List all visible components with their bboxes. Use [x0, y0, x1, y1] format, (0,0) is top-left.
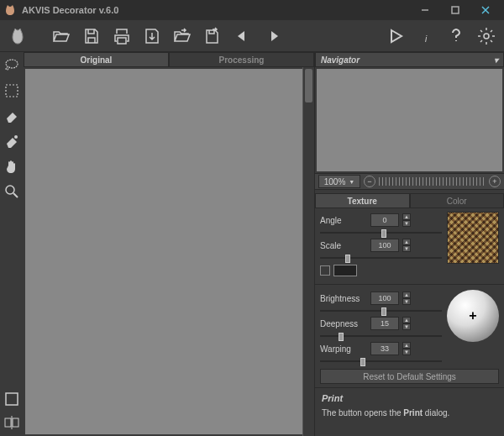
hint-body: The button opens the Print dialog.: [322, 408, 497, 418]
undo-button[interactable]: [230, 24, 255, 49]
zoom-slider[interactable]: [379, 177, 486, 186]
deepness-spinner[interactable]: ▲▼: [402, 317, 411, 330]
deepness-input[interactable]: 15: [370, 317, 399, 330]
hint-panel: Print The button opens the Print dialog.: [315, 387, 504, 436]
main-area: Original Processing Navigator ▾ 100%▼ − …: [0, 52, 504, 436]
lasso-tool[interactable]: [2, 55, 22, 76]
svg-rect-12: [13, 418, 18, 427]
export-button[interactable]: [139, 24, 165, 49]
info-button[interactable]: i: [413, 24, 438, 49]
svg-rect-6: [6, 85, 18, 97]
angle-slider[interactable]: [320, 232, 442, 234]
canvas-area[interactable]: [25, 69, 302, 434]
center-panel: Original Processing: [24, 52, 314, 436]
svg-point-5: [484, 34, 489, 39]
tab-color[interactable]: Color: [410, 193, 505, 208]
title-bar: AKVIS Decorator v.6.0: [0, 0, 504, 20]
tile-row: [320, 262, 442, 279]
window-title: AKVIS Decorator v.6.0: [22, 5, 118, 15]
scale-row: Scale 100 ▲▼: [320, 237, 442, 254]
batch-open-button[interactable]: [170, 24, 195, 49]
warping-slider[interactable]: [320, 360, 442, 362]
zoom-in-button[interactable]: +: [489, 176, 501, 187]
zoom-combo[interactable]: 100%▼: [318, 175, 360, 188]
scale-slider[interactable]: [320, 257, 442, 259]
scale-input[interactable]: 100: [370, 239, 399, 252]
save-button[interactable]: [79, 24, 104, 49]
deepness-label: Deepness: [320, 319, 367, 328]
run-button[interactable]: [383, 24, 408, 49]
property-tabs: Texture Color: [315, 193, 504, 208]
navigator-title: Navigator: [321, 55, 360, 65]
svg-rect-1: [452, 7, 459, 13]
brightness-slider[interactable]: [320, 310, 442, 312]
warping-spinner[interactable]: ▲▼: [402, 342, 411, 355]
angle-input[interactable]: 0: [370, 213, 399, 227]
tile-checkbox[interactable]: [320, 265, 330, 276]
svg-text:i: i: [425, 34, 428, 44]
angle-spinner[interactable]: ▲▼: [402, 213, 411, 227]
open-button[interactable]: [49, 24, 74, 49]
warping-input[interactable]: 33: [370, 342, 399, 355]
chevron-down-icon: ▾: [494, 55, 498, 65]
svg-line-9: [13, 193, 18, 197]
brightness-input[interactable]: 100: [370, 292, 399, 305]
zoom-controls: 100%▼ − +: [315, 173, 504, 190]
tab-original[interactable]: Original: [24, 52, 169, 67]
reset-button[interactable]: Reset to Default Settings: [320, 369, 499, 384]
hint-title: Print: [322, 393, 497, 403]
angle-row: Angle 0 ▲▼: [320, 212, 442, 229]
tab-processing[interactable]: Processing: [169, 52, 314, 67]
svg-point-8: [6, 186, 14, 194]
brightness-spinner[interactable]: ▲▼: [402, 292, 411, 305]
eraser-tool[interactable]: [2, 106, 22, 126]
scale-label: Scale: [320, 241, 367, 250]
redo-button[interactable]: [260, 24, 286, 49]
warping-row: Warping 33 ▲▼: [320, 340, 442, 357]
shading-params: Brightness 100 ▲▼ Deepness 15 ▲▼ Warping…: [315, 286, 504, 365]
navigator-preview[interactable]: [317, 69, 502, 171]
zoom-out-button[interactable]: −: [364, 176, 375, 187]
maximize-button[interactable]: [440, 0, 470, 20]
scale-spinner[interactable]: ▲▼: [402, 239, 411, 252]
main-toolbar: i: [0, 20, 504, 52]
deepness-row: Deepness 15 ▲▼: [320, 315, 442, 332]
image-tabs: Original Processing: [24, 52, 314, 67]
svg-point-7: [14, 135, 18, 139]
brightness-row: Brightness 100 ▲▼: [320, 290, 442, 307]
zoom-tool[interactable]: [2, 181, 22, 202]
vertical-scrollbar[interactable]: [302, 67, 314, 436]
texture-preview[interactable]: [447, 212, 499, 264]
hand-tool[interactable]: [2, 156, 22, 176]
marquee-tool[interactable]: [2, 81, 22, 101]
close-button[interactable]: [470, 0, 501, 20]
preview-sphere[interactable]: +: [447, 290, 499, 342]
texture-params: Angle 0 ▲▼ Scale 100 ▲▼: [315, 208, 504, 282]
tab-texture[interactable]: Texture: [315, 193, 410, 208]
color-swatch-button[interactable]: [2, 389, 22, 409]
vase-preset-button[interactable]: [5, 24, 30, 49]
compare-button[interactable]: [2, 412, 22, 433]
angle-label: Angle: [320, 216, 367, 225]
settings-button[interactable]: [474, 24, 499, 49]
app-logo-icon: [3, 3, 17, 17]
deepness-slider[interactable]: [320, 335, 442, 337]
help-button[interactable]: [444, 24, 469, 49]
batch-save-button[interactable]: [200, 24, 225, 49]
svg-rect-10: [6, 393, 18, 405]
smart-eraser-tool[interactable]: [2, 131, 22, 151]
right-panel: Navigator ▾ 100%▼ − + Texture Color Angl…: [314, 52, 504, 436]
svg-rect-11: [5, 418, 11, 427]
navigator-header[interactable]: Navigator ▾: [315, 52, 504, 67]
warping-label: Warping: [320, 344, 367, 354]
tool-sidebar: [0, 52, 24, 436]
minimize-button[interactable]: [410, 0, 440, 20]
print-button[interactable]: [109, 24, 134, 49]
tile-color-box[interactable]: [333, 265, 357, 276]
brightness-label: Brightness: [320, 294, 367, 303]
